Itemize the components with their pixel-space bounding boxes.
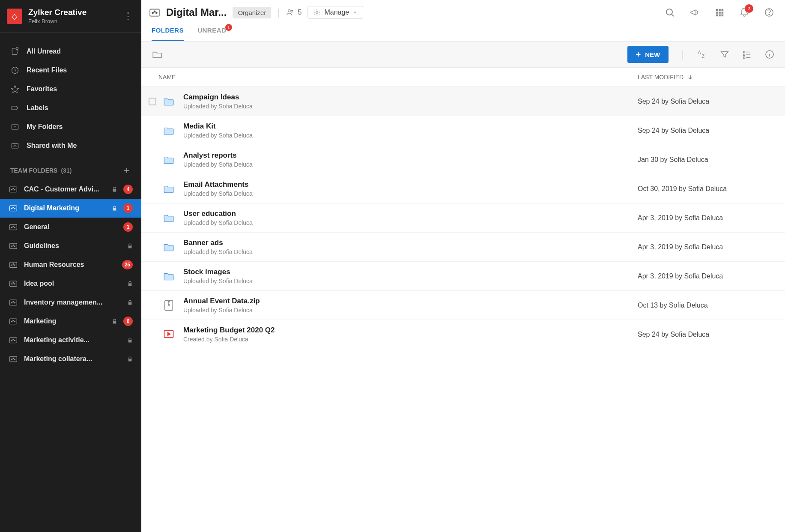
file-name: Stock images <box>183 268 638 276</box>
svg-point-43 <box>12 359 12 360</box>
svg-point-39 <box>12 340 12 341</box>
unread-badge: 1 <box>123 203 133 213</box>
announcement-icon[interactable] <box>689 7 700 18</box>
file-row[interactable]: Media KitUploaded by Sofia DelucaSep 24 … <box>141 116 785 145</box>
nav-favorites[interactable]: Favorites <box>0 80 141 99</box>
nav-label: My Folders <box>27 123 63 131</box>
unread-badge: 6 <box>123 317 133 326</box>
folder-outline-icon[interactable] <box>152 49 163 60</box>
svg-text:Z: Z <box>702 54 704 59</box>
manage-button[interactable]: Manage <box>307 6 363 19</box>
toolbar: + NEW | AZ <box>141 42 785 68</box>
team-folder-label: CAC - Customer Advi... <box>24 185 106 193</box>
file-info: Campaign IdeasUploaded by Sofia Deluca <box>183 93 638 110</box>
team-folder-item[interactable]: Digital Marketing1 <box>0 199 141 218</box>
svg-point-19 <box>12 246 12 247</box>
new-button[interactable]: + NEW <box>627 46 669 63</box>
nav-label: Favorites <box>27 85 57 93</box>
team-folder-item[interactable]: Marketing activitie... <box>0 331 141 350</box>
nav-labels[interactable]: Labels <box>0 99 141 117</box>
view-list-icon[interactable] <box>742 50 752 59</box>
file-type-icon <box>160 212 177 224</box>
folder-icon <box>10 122 20 132</box>
team-folder-item[interactable]: Inventory managemen... <box>0 293 141 312</box>
file-row[interactable]: Marketing Budget 2020 Q2Created by Sofia… <box>141 320 785 349</box>
svg-point-53 <box>666 9 672 15</box>
search-icon[interactable] <box>664 7 675 18</box>
team-folder-item[interactable]: Human Resources25 <box>0 255 141 274</box>
lock-icon <box>127 300 133 305</box>
share-icon <box>10 141 20 150</box>
file-meta: Uploaded by Sofia Deluca <box>183 219 638 226</box>
file-row[interactable]: Banner adsUploaded by Sofia DelucaApr 3,… <box>141 233 785 262</box>
bell-icon[interactable]: 7 <box>739 7 750 18</box>
file-meta: Created by Sofia Deluca <box>183 336 638 343</box>
svg-rect-54 <box>716 9 718 11</box>
svg-point-9 <box>13 188 14 189</box>
member-count-value: 5 <box>298 8 301 17</box>
team-folder-breadcrumb-icon[interactable] <box>149 7 160 18</box>
clock-icon <box>10 66 20 75</box>
file-name: User education <box>183 209 638 218</box>
tag-icon <box>10 103 20 113</box>
apps-icon[interactable] <box>714 7 725 18</box>
nav-recent-files[interactable]: Recent Files <box>0 61 141 80</box>
team-folder-icon <box>9 335 18 345</box>
workspace-logo[interactable]: ◇ <box>7 9 22 24</box>
team-folder-label: Marketing collatera... <box>24 355 121 363</box>
file-meta: Uploaded by Sofia Deluca <box>183 161 638 168</box>
team-folder-item[interactable]: CAC - Customer Advi...4 <box>0 180 141 199</box>
nav-shared[interactable]: Shared with Me <box>0 136 141 155</box>
file-type-icon <box>160 271 177 282</box>
file-modified: Apr 3, 2019 by Sofia Deluca <box>638 214 775 222</box>
file-modified: Oct 30, 2019 by Sofia Deluca <box>638 185 775 193</box>
organizer-chip: Organizer <box>233 7 271 18</box>
filter-icon[interactable] <box>720 50 729 59</box>
team-folder-item[interactable]: General1 <box>0 218 141 236</box>
nav-all-unread[interactable]: All Unread <box>0 42 141 61</box>
file-row[interactable]: Email AttachmentsUploaded by Sofia Deluc… <box>141 174 785 203</box>
new-label: NEW <box>645 51 660 58</box>
svg-rect-30 <box>10 300 17 305</box>
file-row[interactable]: Campaign IdeasUploaded by Sofia DelucaSe… <box>141 87 785 116</box>
svg-point-20 <box>14 246 15 247</box>
topbar: Digital Mar... Organizer | 5 Manage 7 <box>141 0 785 19</box>
more-vertical-icon[interactable]: ⋮ <box>122 9 134 24</box>
nav-my-folders[interactable]: My Folders <box>0 117 141 136</box>
team-folder-item[interactable]: Idea pool <box>0 274 141 293</box>
row-checkbox[interactable] <box>147 98 158 105</box>
tab-unread[interactable]: UNREAD 1 <box>197 27 226 41</box>
tab-folders[interactable]: FOLDERS <box>152 27 184 41</box>
svg-rect-55 <box>719 9 721 11</box>
team-folder-icon <box>9 354 18 364</box>
plus-icon[interactable] <box>122 166 131 175</box>
nav-label: Shared with Me <box>27 142 77 149</box>
svg-point-51 <box>291 10 293 12</box>
file-row[interactable]: Annual Event Data.zipUploaded by Sofia D… <box>141 291 785 320</box>
team-folder-item[interactable]: Guidelines <box>0 236 141 255</box>
lock-icon <box>127 243 133 249</box>
file-row[interactable]: Stock imagesUploaded by Sofia DelucaApr … <box>141 262 785 291</box>
team-folder-icon <box>9 185 18 194</box>
svg-rect-60 <box>716 15 718 17</box>
workspace-name: Zylker Creative <box>28 8 116 17</box>
team-folder-item[interactable]: Marketing6 <box>0 312 141 331</box>
tab-unread-label: UNREAD <box>197 27 226 34</box>
column-modified[interactable]: LAST MODIFIED <box>638 74 775 81</box>
file-row[interactable]: Analyst reportsUploaded by Sofia DelucaJ… <box>141 145 785 174</box>
column-name[interactable]: NAME <box>158 74 638 81</box>
star-icon <box>10 84 20 94</box>
column-modified-label: LAST MODIFIED <box>638 74 684 81</box>
file-name: Banner ads <box>183 239 638 247</box>
info-icon[interactable] <box>764 49 775 60</box>
svg-rect-57 <box>716 12 718 14</box>
file-row[interactable]: User educationUploaded by Sofia DelucaAp… <box>141 203 785 233</box>
member-count[interactable]: 5 <box>286 8 301 17</box>
nav-section: All Unread Recent Files Favorites Labels… <box>0 32 141 158</box>
unread-badge: 4 <box>123 185 133 194</box>
sort-alpha-icon[interactable]: AZ <box>697 49 707 60</box>
page-title: Digital Mar... <box>166 6 227 18</box>
team-folder-icon <box>9 298 18 307</box>
help-icon[interactable] <box>764 7 775 18</box>
team-folder-item[interactable]: Marketing collatera... <box>0 350 141 368</box>
